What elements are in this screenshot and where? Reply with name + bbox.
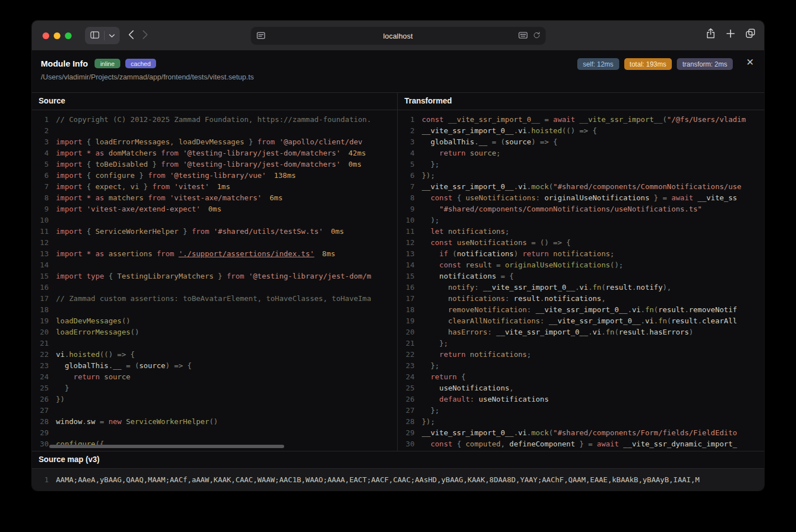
code-text: };: [422, 338, 448, 349]
line-number: 25: [32, 383, 49, 394]
line-number: 20: [32, 327, 49, 338]
line-number: 25: [398, 383, 415, 394]
code-text: globalThis.__ = (source) => {: [56, 360, 192, 371]
code-text: import { expect, vi } from 'vitest': [56, 181, 209, 192]
transformed-code[interactable]: 1const __vite_ssr_import_0__ = await __v…: [398, 110, 764, 451]
close-button[interactable]: ✕: [744, 55, 756, 69]
code-text: };: [422, 405, 439, 416]
forward-button[interactable]: [142, 30, 149, 41]
tab-overview-button[interactable]: [744, 26, 757, 42]
code-line: 23 };: [398, 360, 764, 371]
line-number: 14: [32, 260, 49, 271]
line-number: 29: [398, 427, 415, 439]
code-line: 30 const { computed, defineComponent } =…: [398, 439, 764, 450]
line-number: 30: [32, 439, 49, 450]
minimize-window-button[interactable]: [54, 32, 60, 39]
code-line: 13 if (notifications) return notificatio…: [398, 248, 764, 260]
sidebar-toggle-button[interactable]: [85, 27, 120, 44]
code-text: };: [422, 159, 439, 170]
back-button[interactable]: [128, 30, 134, 41]
code-text: import { toBeDisabled } from '@testing-l…: [56, 159, 341, 170]
code-line: 20loadErrorMessages(): [32, 327, 397, 338]
file-path: /Users/vladimir/Projects/zammad/app/fron…: [41, 73, 755, 81]
line-number: 15: [398, 271, 415, 282]
code-line: 11 let notifications;: [398, 226, 764, 237]
line-number: 22: [32, 349, 49, 360]
translate-icon[interactable]: [518, 31, 527, 41]
address-bar[interactable]: localhost: [251, 27, 545, 45]
code-line: 24 return {: [398, 371, 764, 383]
sourcemap-mappings: AAMA;AAeA,yBAAG,QAAQ,MAAM;AACf,aAAW,KAAK…: [56, 475, 700, 484]
code-text: loadDevMessages(): [56, 316, 130, 327]
line-number: 1: [398, 114, 415, 125]
new-tab-button[interactable]: [724, 26, 737, 42]
module-info-header: Module Info inlinecached /Users/vladimir…: [32, 51, 764, 92]
code-text: loadErrorMessages(): [56, 327, 139, 338]
line-number: 10: [32, 215, 49, 226]
code-line: 9 "#shared/components/CommonNotification…: [398, 204, 764, 215]
line-number: 28: [32, 416, 49, 427]
line-number: 12: [32, 237, 49, 248]
panel-headers: Source Transformed: [32, 92, 764, 110]
import-timing: 0ms: [331, 226, 343, 237]
code-line: 10: [32, 215, 397, 226]
toolbar-actions: [704, 26, 757, 42]
code-line: 12: [32, 237, 397, 248]
module-link[interactable]: './support/assertions/index.ts': [178, 249, 314, 258]
code-text: });: [422, 416, 435, 427]
module-badges: inlinecached: [95, 59, 156, 68]
code-line: 23 globalThis.__ = (source) => {: [32, 360, 397, 371]
code-text: const result = originalUseNotifications(…: [422, 260, 623, 271]
code-line: 29: [32, 427, 397, 439]
code-line: 1// Copyright (C) 2012-2025 Zammad Found…: [32, 114, 397, 125]
code-line: 28});: [398, 416, 764, 427]
chevron-down-icon: [109, 31, 115, 40]
code-text: const { useNotifications: originalUseNot…: [422, 192, 737, 204]
close-window-button[interactable]: [43, 32, 49, 39]
line-number: 16: [398, 282, 415, 293]
code-line: 25 }: [32, 383, 397, 394]
reload-button[interactable]: [533, 31, 540, 41]
url-text: localhost: [251, 32, 545, 40]
zoom-window-button[interactable]: [65, 32, 72, 39]
sourcemap-line-number: 1: [32, 475, 49, 484]
code-text: __vite_ssr_import_0__.vi.mock("#shared/c…: [422, 427, 737, 439]
code-text: return source: [56, 371, 130, 383]
line-number: 6: [32, 170, 49, 181]
line-number: 8: [398, 192, 415, 204]
sourcemap-header: Source map (v3): [32, 451, 764, 468]
code-area: 1// Copyright (C) 2012-2025 Zammad Found…: [32, 110, 764, 451]
line-number: 29: [32, 427, 49, 439]
plus-icon: [726, 29, 735, 40]
code-line: 27: [32, 405, 397, 416]
import-timing: 1ms: [217, 181, 230, 192]
share-button[interactable]: [704, 26, 717, 42]
horizontal-scrollbar[interactable]: [49, 445, 284, 448]
source-code[interactable]: 1// Copyright (C) 2012-2025 Zammad Found…: [32, 110, 398, 451]
code-line: 16 notify: __vite_ssr_import_0__.vi.fn(r…: [398, 282, 764, 293]
code-line: 6});: [398, 170, 764, 181]
code-text: return source;: [422, 148, 501, 159]
line-number: 15: [32, 271, 49, 282]
code-line: 14: [32, 260, 397, 271]
timing-badge: transform: 2ms: [677, 58, 733, 70]
code-text: vi.hoisted(() => {: [56, 349, 135, 360]
code-text: clearAllNotifications: __vite_ssr_import…: [422, 316, 737, 327]
sidebar-icon: [90, 31, 100, 41]
code-text: import * as domMatchers from '@testing-l…: [56, 148, 341, 159]
chevron-right-icon: [142, 30, 149, 41]
line-number: 4: [32, 148, 49, 159]
line-number: 1: [32, 114, 49, 125]
code-line: 21: [32, 338, 397, 349]
line-number: 13: [398, 248, 415, 260]
line-number: 16: [32, 282, 49, 293]
code-text: return {: [422, 371, 465, 383]
line-number: 23: [398, 360, 415, 371]
sourcemap-content[interactable]: 1 AAMA;AAeA,yBAAG,QAAQ,MAAM;AACf,aAAW,KA…: [32, 468, 764, 491]
code-text: configure({: [56, 439, 104, 450]
code-text: import * as assertions from './support/a…: [56, 248, 314, 260]
code-line: 2: [32, 125, 397, 136]
code-text: if (notifications) return notifications;: [422, 248, 614, 260]
code-text: window.sw = new ServiceWorkerHelper(): [56, 416, 218, 427]
transformed-panel-header: Transformed: [398, 93, 764, 110]
